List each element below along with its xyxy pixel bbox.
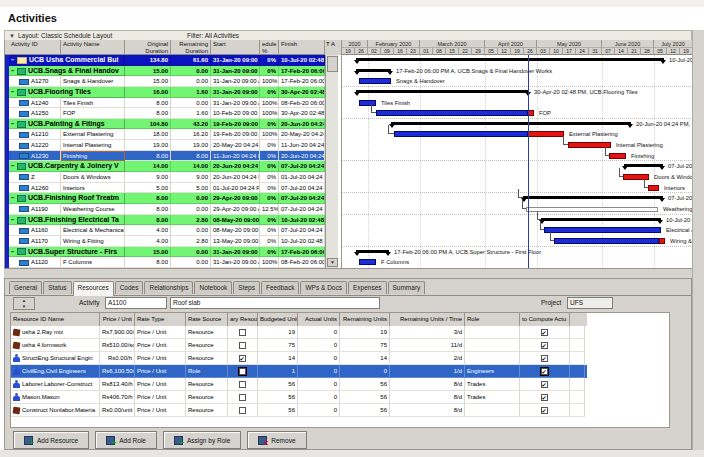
timeline-month-cell[interactable]: February 2020 (368, 40, 420, 48)
primary-resource-checkbox[interactable] (239, 381, 246, 388)
timeline-week-cell[interactable]: 05 (485, 48, 498, 55)
critical-bar[interactable] (528, 131, 564, 137)
tab-notebook[interactable]: Notebook (194, 281, 232, 294)
button-remove[interactable]: Remove (247, 431, 306, 449)
timeline-month-cell[interactable]: April 2020 (485, 40, 537, 48)
resource-row[interactable]: Mason.MasonRs406.70/hPrice / UnitResourc… (11, 391, 587, 404)
resource-row[interactable]: usha 2.Ray mixRs7,900.00/cumPrice / Unit… (11, 326, 587, 339)
vertical-scrollbar[interactable]: ▼ (325, 55, 338, 268)
timeline-month-cell[interactable]: March 2020 (420, 40, 485, 48)
pane-divider[interactable] (4, 268, 692, 278)
tab-status[interactable]: Status (43, 281, 71, 294)
resource-row[interactable]: usha 4.formworkRs510.00/sqmPrice / UnitR… (11, 339, 587, 352)
timeline-week-cell[interactable]: 23 (407, 48, 420, 55)
auto-compute-checkbox[interactable]: ✔ (541, 368, 548, 375)
timeline-week-cell[interactable]: 09 (381, 48, 394, 55)
primary-resource-checkbox[interactable] (239, 329, 246, 336)
critical-bar[interactable] (648, 185, 659, 191)
summary-bar[interactable] (356, 90, 529, 93)
scrollbar-thumb[interactable] (327, 56, 338, 72)
auto-compute-checkbox[interactable]: ✔ (541, 407, 548, 414)
column-header-original-duration[interactable]: Original Duration (125, 40, 171, 55)
tab-summary[interactable]: Summary (388, 281, 426, 294)
auto-compute-checkbox[interactable]: ✔ (541, 355, 548, 362)
table-row[interactable]: A1260Interiors5.005.0001-Jul-20 04:24 PI… (9, 183, 325, 194)
actual-bar[interactable] (376, 110, 528, 116)
resource-column-header-remaining-units[interactable]: Remaining Units (340, 313, 390, 326)
summary-bar[interactable] (356, 250, 389, 253)
resource-column-header-price-unit[interactable]: Price / Unit (100, 313, 135, 326)
timeline-week-cell[interactable]: 17 (563, 48, 576, 55)
timeline-week-cell[interactable]: 21 (628, 48, 641, 55)
auto-compute-checkbox[interactable]: ✔ (541, 381, 548, 388)
table-row[interactable]: A1250FOP8.001.6010-Feb-20 09:00 A100%30-… (9, 108, 325, 119)
resource-column-header-rate-source[interactable]: Rate Source (186, 313, 228, 326)
summary-bar[interactable] (541, 218, 661, 221)
resource-column-header-ary-resou[interactable]: ary Resou (228, 313, 258, 326)
timeline-week-cell[interactable]: 26 (355, 48, 368, 55)
timeline-week-cell[interactable]: 15 (446, 48, 459, 55)
column-header-activity-name[interactable]: Activity Name (61, 40, 125, 55)
resource-column-header-actual-units[interactable]: Actual Units (298, 313, 340, 326)
table-row[interactable]: A1270Snags & Handover15.000.0031-Jan-20 … (9, 76, 325, 87)
timeline-week-cell[interactable]: 10 (550, 48, 563, 55)
table-row[interactable]: −UCB.Painting & Fitings104.8043.2019-Feb… (9, 119, 325, 130)
table-row[interactable]: A1220Internal Plastering19.0019.0020-May… (9, 140, 325, 151)
timeline-week-cell[interactable]: 26 (524, 48, 537, 55)
tab-codes[interactable]: Codes (115, 281, 144, 294)
summary-bar[interactable] (356, 69, 391, 72)
timeline-month-cell[interactable]: 2020 (342, 40, 368, 48)
timeline-month-cell[interactable]: June 2020 (602, 40, 654, 48)
primary-resource-checkbox[interactable]: ✔ (239, 355, 246, 362)
timeline-month-cell[interactable]: May 2020 (537, 40, 602, 48)
summary-bar[interactable] (624, 164, 663, 167)
column-header-ta[interactable]: T A (325, 40, 342, 55)
table-row[interactable]: −UCB.Super Structure - Firs15.000.0031-J… (9, 247, 325, 258)
timeline-week-cell[interactable]: 22 (459, 48, 472, 55)
timeline-week-cell[interactable]: 29 (472, 48, 485, 55)
table-row[interactable]: A1120F Columns8.000.0031-Jan-20 09:00 A1… (9, 257, 325, 268)
timeline-week-cell[interactable]: 19 (680, 48, 692, 55)
table-row[interactable]: −UCB.Finishing Electrical Ta8.002.8008-M… (9, 215, 325, 226)
tab-steps[interactable]: Steps (233, 281, 260, 294)
timeline-week-cell[interactable]: 05 (654, 48, 667, 55)
timeline-week-cell[interactable]: 24 (576, 48, 589, 55)
summary-bar[interactable] (356, 58, 664, 61)
timeline-week-cell[interactable]: 14 (615, 48, 628, 55)
timeline-week-cell[interactable]: 03 (537, 48, 550, 55)
timeline-week-cell[interactable]: 28 (641, 48, 654, 55)
timeline-week-cell[interactable]: 19 (511, 48, 524, 55)
primary-resource-checkbox[interactable] (239, 394, 246, 401)
resource-row[interactable]: CivilEng.Civil EngineersRs6,100.50/hPric… (11, 365, 587, 378)
tab-expenses[interactable]: Expenses (348, 281, 387, 294)
gantt-month-header[interactable]: 2020February 2020March 2020April 2020May… (342, 40, 692, 48)
table-row[interactable]: A1230Finishing8.008.0011-Jun-20 04:24 F0… (9, 151, 325, 162)
actual-bar[interactable] (359, 259, 376, 265)
summary-bar[interactable] (391, 122, 631, 125)
table-row[interactable]: ZDoors & Windows9.009.0020-Jun-20 04:24 … (9, 172, 325, 183)
table-row[interactable]: A1170Wiring & Fitting4.002.8013-May-20 0… (9, 236, 325, 247)
tab-wps-docs[interactable]: WPs & Docs (300, 281, 346, 294)
project-value-field[interactable]: UFS (567, 297, 613, 309)
auto-compute-checkbox[interactable]: ✔ (541, 394, 548, 401)
actual-bar[interactable] (394, 131, 528, 137)
primary-resource-checkbox[interactable] (239, 368, 246, 375)
activity-id-field[interactable]: A1100 (105, 297, 167, 309)
activity-stepper[interactable]: ▲▼ (13, 297, 35, 310)
timeline-week-cell[interactable]: 16 (394, 48, 407, 55)
table-row[interactable]: −UCB.Flooring Tiles16.001.6031-Jan-20 09… (9, 87, 325, 98)
table-row[interactable]: A1190Weathering Course8.000.0029-Apr-20 … (9, 204, 325, 215)
column-header-finish[interactable]: Finish (279, 40, 325, 55)
primary-resource-checkbox[interactable] (239, 407, 246, 414)
timeline-week-cell[interactable]: 31 (589, 48, 602, 55)
column-header-remaining-duration[interactable]: Remaining Duration (171, 40, 211, 55)
activity-name-field[interactable]: Roof slab (170, 297, 380, 309)
column-header-activity-id[interactable]: Activity ID (9, 40, 61, 55)
tab-relationships[interactable]: Relationships (144, 281, 193, 294)
table-row[interactable]: −UCB.Finishing Roof Treatm8.000.0029-Apr… (9, 193, 325, 204)
resource-column-header-resource-id-name[interactable]: Resource ID Name (11, 313, 100, 326)
critical-bar[interactable] (609, 153, 626, 159)
critical-bar[interactable] (659, 238, 665, 244)
tab-feedback[interactable]: Feedback (261, 281, 300, 294)
timeline-week-cell[interactable]: 12 (667, 48, 680, 55)
